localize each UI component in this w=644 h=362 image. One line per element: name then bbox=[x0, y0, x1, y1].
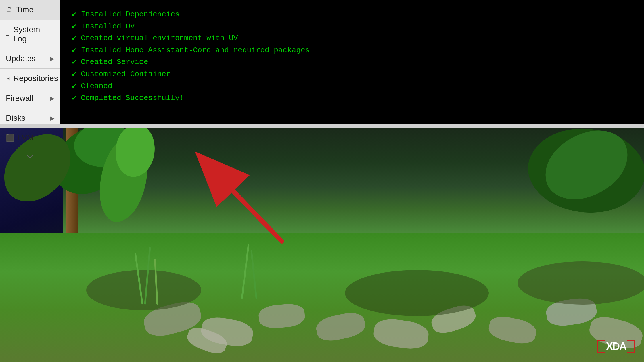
sidebar-item-firewall[interactable]: Firewall ▶ bbox=[0, 88, 60, 108]
sidebar-item-repositories[interactable]: ⎘ Repositories bbox=[0, 69, 60, 88]
xda-logo-text: XDA bbox=[605, 340, 627, 353]
terminal-panel: ✔ Installed Dependencies ✔ Installed UV … bbox=[60, 0, 644, 124]
dark-ground-2 bbox=[345, 270, 489, 316]
terminal-line-1: ✔ Installed Dependencies bbox=[72, 9, 632, 21]
sidebar-item-lvm-label: LVM bbox=[18, 133, 34, 143]
terminal-line-6: ✔ Customized Container bbox=[72, 68, 632, 80]
xda-watermark: XDA bbox=[597, 340, 635, 353]
separator-bar bbox=[0, 124, 644, 128]
disks-arrow-icon: ▶ bbox=[50, 115, 54, 122]
sidebar-item-system-log[interactable]: ≡ System Log bbox=[0, 20, 60, 49]
terminal-line-3: ✔ Created virtual environment with UV bbox=[72, 32, 632, 45]
terminal-url-description: Home Assistant-Core should be reachable … bbox=[72, 111, 632, 124]
lvm-icon: ⬛ bbox=[6, 134, 14, 142]
firewall-arrow-icon: ▶ bbox=[50, 95, 54, 102]
terminal-line-5: ✔ Created Service bbox=[72, 56, 632, 68]
system-log-icon: ≡ bbox=[6, 30, 10, 38]
sidebar-item-system-log-label: System Log bbox=[13, 25, 54, 43]
sidebar-item-repositories-label: Repositories bbox=[13, 74, 58, 83]
sidebar-item-updates-label: Updates bbox=[6, 54, 36, 63]
sidebar-item-updates[interactable]: Updates ▶ bbox=[0, 49, 60, 68]
sidebar-item-firewall-label: Firewall bbox=[6, 94, 33, 103]
terminal-line-4: ✔ Installed Home Assistant-Core and requ… bbox=[72, 45, 632, 57]
terminal-line-8: ✔ Completed Successfully! bbox=[72, 92, 632, 104]
red-arrow-annotation bbox=[172, 141, 345, 250]
dark-ground-1 bbox=[86, 270, 201, 310]
sidebar-item-disks-label: Disks bbox=[6, 113, 25, 123]
terminal-line-2: ✔ Installed UV bbox=[72, 21, 632, 33]
updates-arrow-icon: ▶ bbox=[50, 55, 54, 62]
sidebar-item-lvm[interactable]: ⬛ LVM bbox=[0, 128, 60, 148]
xda-bracket-right bbox=[627, 340, 635, 353]
xda-bracket-left bbox=[597, 340, 605, 353]
dark-ground-3 bbox=[518, 261, 644, 305]
chevron-down-icon bbox=[25, 151, 35, 162]
sidebar-collapse-button[interactable] bbox=[0, 148, 60, 165]
terminal-line-7: ✔ Cleaned bbox=[72, 80, 632, 93]
repositories-icon: ⎘ bbox=[6, 74, 10, 82]
sidebar-item-time-label: Time bbox=[16, 5, 34, 14]
svg-line-1 bbox=[201, 158, 282, 241]
sidebar: ⏱ Time ≡ System Log Updates ▶ ⎘ Reposito… bbox=[0, 0, 60, 124]
time-icon: ⏱ bbox=[6, 6, 13, 14]
sidebar-item-time[interactable]: ⏱ Time bbox=[0, 0, 60, 20]
